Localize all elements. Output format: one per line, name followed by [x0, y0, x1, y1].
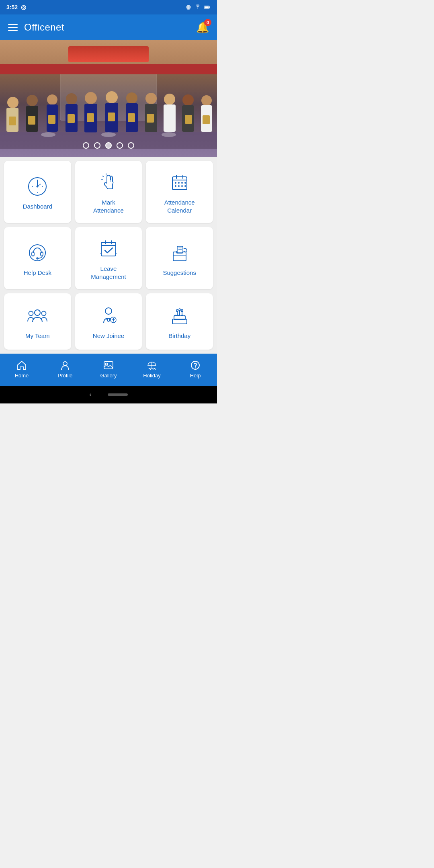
svg-point-11 [27, 95, 38, 106]
svg-rect-31 [9, 117, 16, 125]
new-joinee-menu-item[interactable]: New Joinee [75, 293, 142, 350]
svg-rect-37 [128, 113, 135, 122]
svg-point-48 [37, 185, 39, 187]
bottom-navigation: Home Profile Gallery [0, 354, 217, 386]
svg-point-65 [175, 185, 176, 187]
menu-grid: Dashboard MarkAttendance [4, 161, 213, 350]
svg-rect-71 [41, 252, 43, 256]
my-team-icon [27, 305, 48, 326]
nav-help-label: Help [190, 373, 201, 379]
dashboard-label: Dashboard [23, 203, 52, 211]
menu-grid-section: Dashboard MarkAttendance [0, 157, 217, 354]
carousel-dot-4[interactable] [117, 142, 123, 149]
attendance-calendar-icon [169, 172, 190, 193]
suggestions-icon [169, 242, 190, 263]
svg-rect-26 [164, 104, 176, 132]
svg-rect-33 [48, 115, 55, 124]
svg-point-21 [126, 92, 137, 104]
banner-carousel [0, 40, 217, 157]
status-icons-area [186, 4, 211, 10]
svg-point-68 [184, 185, 186, 187]
status-bar: 3:52 ◎ [0, 0, 217, 14]
attendance-calendar-menu-item[interactable]: AttendanceCalendar [146, 161, 213, 223]
svg-rect-4 [209, 6, 210, 8]
svg-point-63 [181, 182, 183, 184]
svg-rect-35 [87, 113, 94, 122]
new-joinee-label: New Joinee [93, 332, 124, 340]
svg-rect-38 [147, 114, 154, 123]
svg-rect-39 [185, 115, 192, 124]
svg-rect-70 [32, 252, 34, 256]
svg-rect-103 [104, 362, 113, 369]
my-team-menu-item[interactable]: My Team [4, 293, 71, 350]
svg-point-15 [66, 93, 77, 104]
svg-rect-1 [186, 6, 187, 8]
rayban-icon: ◎ [21, 4, 26, 11]
suggestions-label: Suggestions [163, 269, 196, 277]
svg-rect-36 [108, 113, 115, 121]
nav-gallery-label: Gallery [100, 373, 117, 379]
back-button[interactable]: ‹ [89, 391, 91, 398]
svg-point-64 [184, 182, 186, 184]
svg-point-85 [35, 310, 40, 315]
svg-point-9 [7, 97, 18, 108]
svg-point-66 [178, 185, 180, 187]
nav-help[interactable]: Help [174, 360, 217, 379]
nav-profile[interactable]: Profile [43, 360, 87, 379]
dashboard-menu-item[interactable]: Dashboard [4, 161, 71, 223]
svg-point-42 [41, 132, 55, 137]
hamburger-menu-button[interactable] [8, 24, 18, 31]
carousel-dot-5[interactable] [128, 142, 134, 149]
svg-point-88 [105, 308, 112, 314]
svg-rect-40 [203, 115, 210, 124]
svg-point-43 [101, 132, 116, 137]
carousel-dot-2[interactable] [94, 142, 100, 149]
svg-point-61 [175, 182, 176, 184]
nav-gallery[interactable]: Gallery [87, 360, 130, 379]
suggestions-menu-item[interactable]: Suggestions [146, 227, 213, 289]
mark-attendance-label: MarkAttendance [93, 199, 124, 214]
app-title: Officenet [24, 22, 64, 33]
svg-point-23 [145, 93, 157, 104]
mark-attendance-menu-item[interactable]: MarkAttendance [75, 161, 142, 223]
svg-rect-2 [190, 6, 191, 8]
dashboard-icon [27, 176, 48, 197]
new-joinee-icon [98, 305, 119, 326]
svg-rect-8 [0, 64, 217, 74]
profile-icon [60, 360, 70, 371]
carousel-dot-1[interactable] [83, 142, 89, 149]
svg-point-62 [178, 182, 180, 184]
nav-home-label: Home [15, 373, 29, 379]
birthday-label: Birthday [168, 332, 190, 340]
svg-point-87 [42, 311, 46, 316]
app-header: Officenet 🔔 0 [0, 14, 217, 40]
svg-line-55 [102, 176, 104, 177]
svg-rect-5 [205, 6, 209, 8]
notification-badge: 0 [204, 19, 211, 26]
svg-point-19 [106, 91, 118, 103]
svg-point-110 [195, 367, 196, 368]
nav-profile-label: Profile [58, 373, 73, 379]
wifi-icon [194, 4, 201, 10]
help-desk-menu-item[interactable]: Help Desk [4, 227, 71, 289]
svg-point-29 [201, 95, 212, 106]
birthday-menu-item[interactable]: Birthday [146, 293, 213, 350]
system-nav-bar: ‹ [0, 386, 217, 403]
nav-holiday[interactable]: Holiday [130, 360, 174, 379]
svg-point-86 [29, 311, 33, 316]
time-display: 3:52 [6, 4, 18, 10]
notification-button[interactable]: 🔔 0 [196, 21, 209, 34]
nav-home[interactable]: Home [0, 360, 43, 379]
home-pill[interactable] [108, 393, 128, 396]
my-team-label: My Team [25, 332, 50, 340]
carousel-dot-3[interactable] [105, 142, 112, 149]
leave-management-menu-item[interactable]: LeaveManagement [75, 227, 142, 289]
help-desk-label: Help Desk [24, 269, 51, 277]
svg-point-44 [162, 132, 176, 137]
vibrate-icon [186, 4, 191, 10]
svg-rect-73 [101, 242, 116, 256]
svg-rect-0 [187, 5, 190, 10]
svg-point-67 [181, 185, 183, 187]
nav-holiday-label: Holiday [143, 373, 160, 379]
svg-point-17 [85, 92, 97, 104]
